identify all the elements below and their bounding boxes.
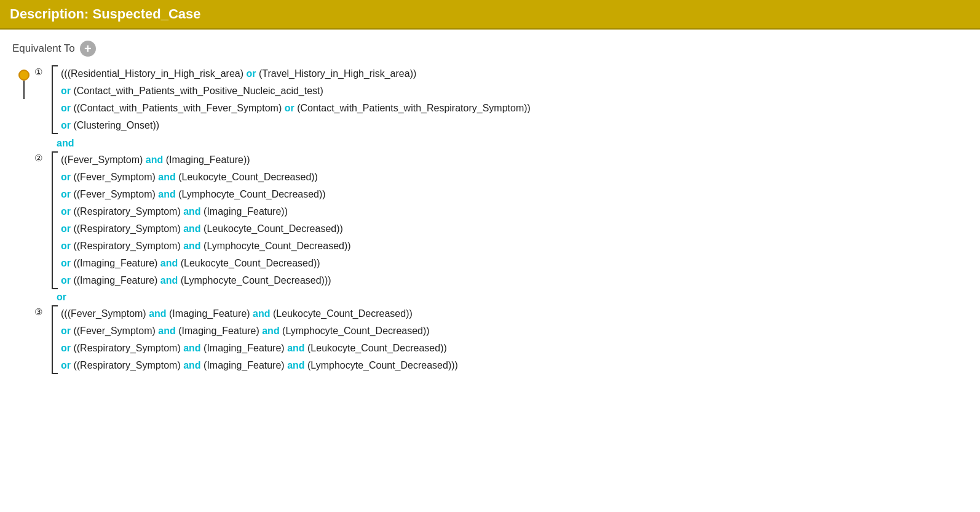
section3-line3: or ((Respiratory_Symptom) and (Imaging_F… (61, 340, 458, 357)
section3-wrapper: ③ (((Fever_Symptom) and (Imaging_Feature… (34, 305, 968, 374)
section2-line4: or ((Respiratory_Symptom) and (Imaging_F… (61, 203, 351, 220)
main-content: Equivalent To + ① (0, 30, 980, 512)
section2-line5: or ((Respiratory_Symptom) and (Leukocyte… (61, 220, 351, 238)
section2-left-bracket (52, 151, 59, 289)
section3-expressions: (((Fever_Symptom) and (Imaging_Feature) … (61, 305, 458, 374)
section3-left-bracket (52, 305, 59, 374)
equivalent-to-label: Equivalent To (12, 42, 75, 55)
section1-line2: or (Contact_with_Patients_with_Positive_… (61, 82, 531, 100)
equivalent-to-row: Equivalent To + (12, 41, 968, 57)
section1-left-bracket (52, 65, 59, 134)
section2-expressions: ((Fever_Symptom) and (Imaging_Feature)) … (61, 151, 351, 289)
section1-bracket-wrap: (((Residential_History_in_High_risk_area… (52, 65, 531, 134)
section1-line3: or ((Contact_with_Patients_with_Fever_Sy… (61, 100, 531, 117)
section2-line7: or ((Imaging_Feature) and (Leukocyte_Cou… (61, 255, 351, 272)
title-text: Description: Suspected_Case (10, 6, 201, 22)
section3-bracket-wrap: (((Fever_Symptom) and (Imaging_Feature) … (52, 305, 458, 374)
top-connector (18, 68, 30, 99)
section3-line4: or ((Respiratory_Symptom) and (Imaging_F… (61, 357, 458, 374)
or-connector: or (34, 289, 968, 305)
section1-number: ① (34, 66, 49, 78)
section2-line2: or ((Fever_Symptom) and (Leukocyte_Count… (61, 169, 351, 186)
section2-line6: or ((Respiratory_Symptom) and (Lymphocyt… (61, 238, 351, 255)
section3-line1: (((Fever_Symptom) and (Imaging_Feature) … (61, 305, 458, 322)
title-bar: Description: Suspected_Case (0, 0, 980, 30)
section2-wrapper: ② ((Fever_Symptom) and (Imaging_Feature)… (34, 151, 968, 289)
expression-container: ① (((Residential_History_in_High_risk_ar… (12, 65, 968, 374)
connector-line-top (23, 81, 25, 99)
section1-line4: or (Clustering_Onset)) (61, 117, 531, 134)
section1-line1: (((Residential_History_in_High_risk_area… (61, 65, 531, 82)
section2-line8: or ((Imaging_Feature) and (Lymphocyte_Co… (61, 272, 351, 289)
section3-line2: or ((Fever_Symptom) and (Imaging_Feature… (61, 322, 458, 340)
section2-bracket-wrap: ((Fever_Symptom) and (Imaging_Feature)) … (52, 151, 351, 289)
section1-expressions: (((Residential_History_in_High_risk_area… (61, 65, 531, 134)
section1-wrapper: ① (((Residential_History_in_High_risk_ar… (34, 65, 968, 134)
section2-number: ② (34, 153, 49, 164)
section3-number: ③ (34, 306, 49, 318)
circle-icon (18, 70, 30, 81)
all-sections: ① (((Residential_History_in_High_risk_ar… (34, 65, 968, 374)
add-equivalent-button[interactable]: + (80, 41, 96, 57)
section2-line1: ((Fever_Symptom) and (Imaging_Feature)) (61, 151, 351, 169)
and-connector: and (34, 134, 968, 151)
section2-line3: or ((Fever_Symptom) and (Lymphocyte_Coun… (61, 186, 351, 203)
